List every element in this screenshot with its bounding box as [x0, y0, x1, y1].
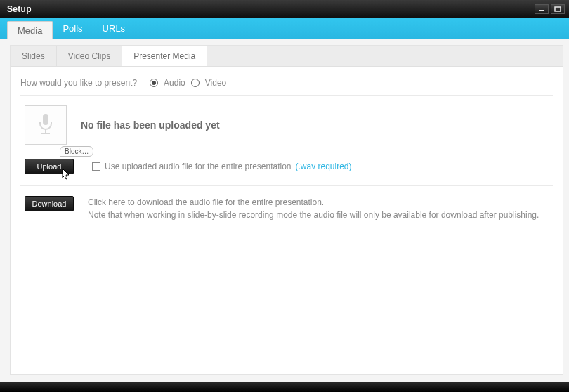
radio-audio-label: Audio: [164, 78, 185, 88]
cursor-icon: [62, 168, 72, 181]
download-help-line1: Click here to download the audio file fo…: [88, 196, 539, 209]
tab-urls[interactable]: URLs: [93, 18, 136, 39]
no-file-text: No file has been uploaded yet: [81, 119, 220, 131]
download-button-label: Download: [32, 200, 67, 208]
upload-button[interactable]: Upload: [25, 159, 74, 174]
content-area: How would you like to present? Audio Vid…: [11, 67, 563, 233]
upload-button-label: Upload: [37, 162, 62, 171]
wav-required-note: (.wav required): [296, 162, 352, 171]
tab-urls-label: URLs: [103, 23, 126, 34]
file-status-row: No file has been uploaded yet: [20, 96, 553, 155]
bottom-bar: [0, 382, 569, 392]
subtab-presenter-media-label: Presenter Media: [133, 51, 195, 61]
tab-media-label: Media: [18, 25, 42, 36]
present-prompt-text: How would you like to present?: [20, 78, 137, 88]
mic-icon: [35, 112, 56, 138]
outer-container: Slides Video Clips Presenter Media How w…: [0, 39, 569, 382]
radio-video-label: Video: [205, 78, 226, 88]
download-help-text: Click here to download the audio file fo…: [88, 196, 539, 221]
tab-media[interactable]: Media: [7, 21, 53, 39]
use-uploaded-checkbox[interactable]: [92, 162, 100, 171]
radio-audio[interactable]: [150, 79, 158, 87]
download-button[interactable]: Download: [25, 196, 74, 211]
sub-tabs: Slides Video Clips Presenter Media: [11, 46, 563, 67]
subtab-video-clips[interactable]: Video Clips: [57, 46, 122, 66]
top-nav: Media Polls URLs: [0, 18, 569, 39]
subtab-presenter-media[interactable]: Presenter Media: [122, 46, 207, 66]
window-buttons: [535, 4, 565, 14]
tab-polls-label: Polls: [63, 23, 82, 34]
present-prompt-row: How would you like to present? Audio Vid…: [20, 78, 553, 96]
svg-rect-1: [555, 7, 561, 11]
subtab-slides-label: Slides: [22, 51, 45, 61]
maximize-button[interactable]: [551, 4, 565, 14]
svg-rect-0: [539, 10, 544, 11]
block-tooltip: Block…: [60, 146, 93, 157]
use-uploaded-label: Use uploaded audio file for the entire p…: [105, 162, 292, 171]
upload-row: Upload Use uploaded audio file for the e…: [20, 155, 553, 186]
use-uploaded-row: Use uploaded audio file for the entire p…: [92, 162, 352, 171]
title-bar: Setup: [0, 0, 569, 18]
main-panel: Slides Video Clips Presenter Media How w…: [10, 45, 563, 375]
download-help-line2: Note that when working in slide-by-slide…: [88, 209, 539, 221]
media-thumbnail: [25, 105, 67, 145]
minimize-icon: [538, 6, 545, 12]
upload-row-wrapper: Block… Upload Use uploaded audio file fo…: [20, 155, 553, 186]
maximize-icon: [554, 6, 561, 12]
subtab-slides[interactable]: Slides: [11, 46, 57, 66]
radio-video[interactable]: [191, 79, 200, 87]
tab-polls[interactable]: Polls: [53, 18, 92, 39]
minimize-button[interactable]: [535, 4, 549, 14]
window-title: Setup: [7, 4, 32, 14]
svg-rect-2: [43, 114, 48, 125]
download-row: Download Click here to download the audi…: [20, 186, 553, 226]
subtab-video-clips-label: Video Clips: [68, 51, 110, 61]
